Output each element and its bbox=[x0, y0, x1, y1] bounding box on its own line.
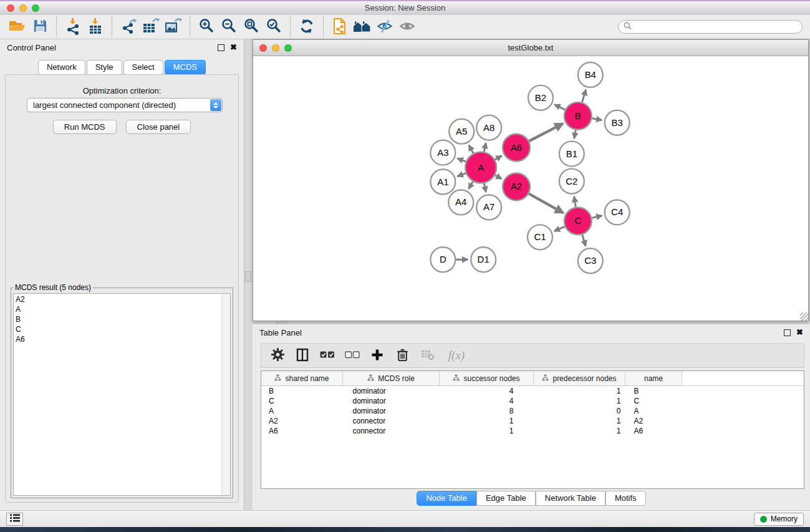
table-row[interactable]: Cdominator41C bbox=[261, 396, 804, 406]
column-header-name[interactable]: name bbox=[625, 371, 682, 386]
tab-style[interactable]: Style bbox=[87, 60, 122, 75]
graph-node-A5[interactable]: A5 bbox=[449, 119, 474, 144]
close-panel-button[interactable]: Close panel bbox=[126, 120, 191, 134]
graph-node-B[interactable]: B bbox=[564, 102, 592, 130]
toggle-hidden-button[interactable] bbox=[374, 17, 396, 37]
table-row[interactable]: Bdominator41B bbox=[261, 386, 804, 397]
result-item[interactable]: A2 bbox=[16, 294, 25, 304]
graph-edge-A-A5[interactable] bbox=[469, 145, 473, 153]
minimize-window-button[interactable] bbox=[19, 4, 27, 12]
cell-predecessor-nodes[interactable]: 1 bbox=[534, 386, 625, 397]
graph-node-C[interactable]: C bbox=[564, 207, 592, 235]
table-settings-button[interactable] bbox=[268, 346, 287, 365]
graph-edge-B-B1[interactable] bbox=[574, 130, 576, 138]
network-close-button[interactable] bbox=[259, 44, 267, 52]
result-item[interactable]: C bbox=[16, 324, 25, 334]
graph-edge-C-C4[interactable] bbox=[592, 216, 602, 218]
tab-network[interactable]: Network bbox=[38, 60, 85, 75]
cell-successor-nodes[interactable]: 4 bbox=[440, 396, 534, 406]
delete-table-button[interactable] bbox=[417, 346, 437, 365]
result-item[interactable]: A6 bbox=[16, 334, 25, 344]
table-row[interactable]: Adominator80A bbox=[261, 406, 804, 416]
result-item[interactable]: A bbox=[16, 304, 25, 314]
result-item[interactable]: B bbox=[16, 314, 25, 324]
import-table-button[interactable] bbox=[84, 17, 107, 37]
delete-column-button[interactable] bbox=[392, 346, 412, 365]
zoom-in-button[interactable] bbox=[195, 17, 218, 37]
unselect-all-button[interactable] bbox=[342, 346, 362, 365]
network-canvas[interactable]: B4B2BB3A5A8A6B1A3AC2A1A2A4A7C4CC1C3DD1 bbox=[253, 56, 808, 321]
cell-name[interactable]: B bbox=[625, 386, 682, 397]
close-window-button[interactable] bbox=[7, 4, 14, 12]
cell-predecessor-nodes[interactable]: 1 bbox=[534, 416, 625, 426]
task-history-button[interactable] bbox=[6, 513, 23, 526]
cell-name[interactable]: A2 bbox=[625, 416, 682, 426]
graph-node-A2[interactable]: A2 bbox=[503, 173, 530, 201]
column-header-mcds-role[interactable]: MCDS role bbox=[343, 371, 440, 386]
graph-node-C3[interactable]: C3 bbox=[578, 248, 603, 273]
column-header-shared-name[interactable]: shared name bbox=[261, 371, 343, 386]
graph-node-A7[interactable]: A7 bbox=[476, 195, 501, 220]
cell-mcds-role[interactable]: connector bbox=[343, 416, 440, 426]
graph-edge-C-C3[interactable] bbox=[582, 235, 586, 246]
show-columns-button[interactable] bbox=[292, 346, 312, 365]
graph-node-A4[interactable]: A4 bbox=[448, 190, 473, 215]
save-session-button[interactable] bbox=[29, 17, 51, 37]
graph-node-C4[interactable]: C4 bbox=[605, 200, 630, 225]
network-from-file-button[interactable] bbox=[329, 17, 351, 37]
graph-edge-A2-C[interactable] bbox=[529, 194, 563, 213]
graph-edge-A-A1[interactable] bbox=[458, 173, 466, 177]
graph-edge-A-A3[interactable] bbox=[458, 158, 466, 162]
cell-mcds-role[interactable]: dominator bbox=[343, 386, 440, 397]
run-mcds-button[interactable]: Run MCDS bbox=[53, 120, 117, 134]
zoom-window-button[interactable] bbox=[32, 4, 39, 12]
graph-node-C2[interactable]: C2 bbox=[559, 169, 584, 194]
tab-select[interactable]: Select bbox=[123, 60, 163, 75]
network-minimize-button[interactable] bbox=[272, 44, 279, 52]
export-network-button[interactable] bbox=[117, 17, 140, 37]
result-scrollbar[interactable] bbox=[221, 294, 230, 495]
graph-edge-A-A2[interactable] bbox=[495, 175, 501, 179]
graph-node-A3[interactable]: A3 bbox=[430, 140, 455, 165]
graph-node-B4[interactable]: B4 bbox=[578, 62, 603, 87]
column-header-successor-nodes[interactable]: successor nodes bbox=[440, 371, 534, 386]
cell-mcds-role[interactable]: dominator bbox=[343, 406, 440, 416]
memory-button[interactable]: Memory bbox=[754, 513, 804, 526]
table-tab-network-table[interactable]: Network Table bbox=[536, 491, 605, 506]
cell-successor-nodes[interactable]: 8 bbox=[440, 406, 534, 416]
table-tab-motifs[interactable]: Motifs bbox=[605, 491, 646, 506]
graph-edge-A6-B[interactable] bbox=[529, 123, 562, 141]
graph-node-B2[interactable]: B2 bbox=[528, 85, 553, 110]
graph-edge-A-A6[interactable] bbox=[495, 156, 502, 160]
mcds-result-list[interactable]: A2ABCA6 bbox=[13, 293, 231, 496]
open-session-button[interactable] bbox=[6, 17, 29, 37]
graph-node-D[interactable]: D bbox=[430, 247, 455, 272]
graph-edge-B-B4[interactable] bbox=[582, 90, 586, 102]
function-builder-button[interactable]: f(x) bbox=[442, 346, 471, 365]
table-tab-edge-table[interactable]: Edge Table bbox=[476, 491, 536, 506]
cell-successor-nodes[interactable]: 1 bbox=[440, 416, 534, 426]
cell-name[interactable]: A bbox=[625, 406, 682, 416]
cell-shared-name[interactable]: A bbox=[261, 406, 343, 416]
cell-shared-name[interactable]: C bbox=[261, 396, 343, 406]
table-tab-node-table[interactable]: Node Table bbox=[417, 491, 476, 506]
refresh-button[interactable] bbox=[296, 17, 318, 37]
network-zoom-button[interactable] bbox=[284, 44, 292, 52]
column-header-predecessor-nodes[interactable]: predecessor nodes bbox=[534, 371, 625, 386]
select-all-button[interactable] bbox=[317, 346, 337, 365]
zoom-fit-button[interactable] bbox=[240, 17, 263, 37]
create-column-button[interactable] bbox=[367, 346, 387, 365]
graph-edge-B-B2[interactable] bbox=[554, 105, 565, 110]
zoom-out-button[interactable] bbox=[218, 17, 240, 37]
cell-shared-name[interactable]: A6 bbox=[261, 426, 343, 436]
import-network-button[interactable] bbox=[62, 17, 84, 37]
cell-mcds-role[interactable]: dominator bbox=[343, 396, 440, 406]
cell-name[interactable]: C bbox=[625, 396, 682, 406]
graph-edge-A-A8[interactable] bbox=[484, 143, 486, 152]
cell-name[interactable]: A6 bbox=[625, 426, 682, 436]
graph-node-A[interactable]: A bbox=[465, 152, 496, 183]
cell-shared-name[interactable]: A2 bbox=[261, 416, 343, 426]
criterion-select[interactable]: largest connected component (directed) bbox=[27, 98, 223, 112]
float-panel-icon[interactable] bbox=[218, 44, 224, 51]
cell-predecessor-nodes[interactable]: 1 bbox=[534, 396, 625, 406]
